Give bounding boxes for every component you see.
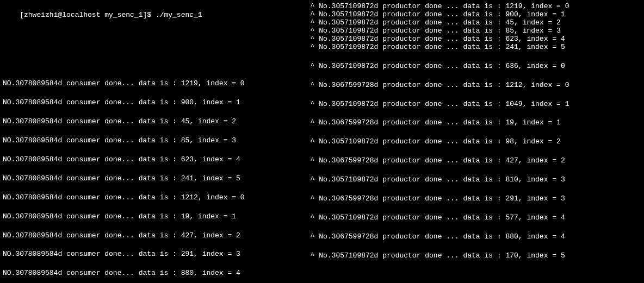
productor-output-line: ^ No.3057109872d productor done ... data… <box>302 19 644 27</box>
productor-output-line: ^ No.3057109872d productor done ... data… <box>302 100 644 109</box>
productor-output-line: ^ No.3067599728d productor done ... data… <box>302 157 644 165</box>
productor-output-line: ^ No.3057109872d productor done ... data… <box>302 252 644 260</box>
productor-output-line: ^ No.3067599728d productor done ... data… <box>302 195 644 203</box>
consumer-output-line: NO.3078089584d consumer done... data is … <box>3 269 302 278</box>
command-text: ./my_senc_1 <box>156 11 202 19</box>
productor-output-line: ^ No.3067599728d productor done ... data… <box>302 81 644 90</box>
consumer-output-line: NO.3078089584d consumer done... data is … <box>3 194 302 202</box>
consumer-output-line: NO.3078089584d consumer done... data is … <box>3 99 302 107</box>
terminal-left-pane[interactable]: [zhweizhi@localhost my_senc_1]$ ./my_sen… <box>0 0 302 283</box>
productor-output-line: ^ No.3057109872d productor done ... data… <box>302 43 644 52</box>
consumer-output-line: NO.3078089584d consumer done... data is … <box>3 137 302 145</box>
terminal-right-pane[interactable]: ^ No.3057109872d productor done ... data… <box>302 0 644 283</box>
productor-output-line: ^ No.3057109872d productor done ... data… <box>302 35 644 43</box>
shell-prompt: [zhweizhi@localhost my_senc_1]$ <box>20 11 156 19</box>
productor-output-line: ^ No.3057109872d productor done ... data… <box>302 62 644 71</box>
consumer-output-line: NO.3078089584d consumer done... data is … <box>3 213 302 221</box>
prompt-line-1: [zhweizhi@localhost my_senc_1]$ ./my_sen… <box>3 3 302 27</box>
output-spacer <box>3 28 302 80</box>
consumer-output-line: NO.3078089584d consumer done... data is … <box>3 118 302 126</box>
consumer-output-line: NO.3078089584d consumer done... data is … <box>3 156 302 164</box>
productor-output-line: ^ No.3057109872d productor done ... data… <box>302 138 644 146</box>
productor-output-line: ^ No.3057109872d productor done ... data… <box>302 214 644 222</box>
consumer-output-line: NO.3078089584d consumer done... data is … <box>3 80 302 88</box>
consumer-output-line: NO.3078089584d consumer done... data is … <box>3 250 302 259</box>
productor-output-line: ^ No.3057109872d productor done ... data… <box>302 27 644 35</box>
productor-output-line: ^ No.3067599728d productor done ... data… <box>302 233 644 241</box>
productor-output-line: ^ No.3057109872d productor done ... data… <box>302 176 644 184</box>
productor-output-line: ^ No.3067599728d productor done ... data… <box>302 119 644 127</box>
productor-output-line: ^ No.3057109872d productor done ... data… <box>302 11 644 19</box>
productor-output-line: ^ No.3057109872d productor done ... data… <box>302 3 644 11</box>
consumer-output-line: NO.3078089584d consumer done... data is … <box>3 175 302 183</box>
consumer-output-line: NO.3078089584d consumer done... data is … <box>3 232 302 240</box>
